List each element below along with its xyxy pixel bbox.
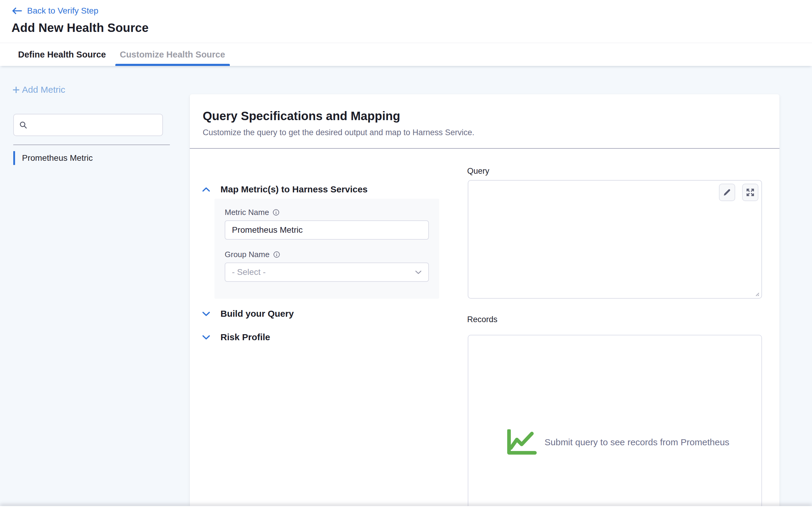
section-map-metrics[interactable]: Map Metric(s) to Harness Services bbox=[202, 182, 368, 196]
chevron-down-icon bbox=[415, 270, 422, 274]
back-to-verify-step-link[interactable]: Back to Verify Step bbox=[11, 6, 98, 16]
tab-define-label: Define Health Source bbox=[18, 50, 106, 60]
metric-name-label: Metric Name bbox=[225, 208, 280, 217]
page-title: Add New Health Source bbox=[11, 21, 148, 35]
query-editor-box bbox=[468, 180, 762, 299]
info-icon[interactable] bbox=[273, 251, 280, 258]
metric-search-box[interactable] bbox=[13, 114, 163, 136]
records-label: Records bbox=[467, 315, 498, 324]
query-specifications-card: Query Specifications and Mapping Customi… bbox=[190, 94, 780, 510]
page-header: Back to Verify Step Add New Health Sourc… bbox=[0, 0, 812, 43]
query-actions bbox=[719, 184, 758, 201]
resize-handle[interactable] bbox=[754, 291, 760, 297]
page-body: Add Metric Prometheus Metric Query Speci… bbox=[0, 66, 812, 510]
chevron-down-icon bbox=[202, 311, 210, 317]
back-arrow-icon bbox=[11, 7, 22, 15]
section-map-metrics-label: Map Metric(s) to Harness Services bbox=[221, 184, 368, 194]
tab-customize-label: Customize Health Source bbox=[120, 50, 225, 60]
wizard-footer-edge bbox=[0, 506, 812, 510]
records-box: Submit query to see records from Prometh… bbox=[468, 335, 762, 509]
records-empty-message: Submit query to see records from Prometh… bbox=[545, 437, 729, 447]
group-name-select[interactable]: - Select - bbox=[225, 263, 429, 282]
plus-icon bbox=[12, 86, 20, 94]
metric-name-input[interactable] bbox=[225, 220, 429, 240]
expand-icon bbox=[746, 188, 755, 197]
query-textarea[interactable] bbox=[468, 181, 761, 298]
active-tab-underline bbox=[115, 64, 230, 66]
back-link-label: Back to Verify Step bbox=[27, 6, 98, 16]
add-metric-label: Add Metric bbox=[22, 85, 65, 95]
sidebar-divider bbox=[13, 145, 170, 145]
query-label: Query bbox=[467, 167, 489, 176]
metrics-sidebar: Add Metric Prometheus Metric bbox=[0, 66, 190, 510]
metric-search-input[interactable] bbox=[32, 120, 157, 130]
card-subtitle: Customize the query to get the desired o… bbox=[203, 128, 474, 137]
group-name-label: Group Name bbox=[225, 250, 280, 259]
info-icon[interactable] bbox=[272, 209, 280, 216]
line-chart-icon bbox=[506, 429, 537, 455]
add-health-source-page: Back to Verify Step Add New Health Sourc… bbox=[0, 0, 812, 510]
section-risk-profile[interactable]: Risk Profile bbox=[202, 330, 270, 344]
card-header-divider bbox=[190, 148, 780, 149]
sidebar-item-prometheus-metric[interactable]: Prometheus Metric bbox=[13, 151, 93, 165]
chevron-up-icon bbox=[202, 187, 210, 192]
tab-customize-health-source[interactable]: Customize Health Source bbox=[120, 43, 225, 66]
section-build-query-label: Build your Query bbox=[221, 308, 294, 319]
group-name-placeholder: - Select - bbox=[232, 267, 266, 277]
search-icon bbox=[19, 121, 27, 129]
section-build-your-query[interactable]: Build your Query bbox=[202, 307, 294, 321]
records-empty-state: Submit query to see records from Prometh… bbox=[506, 429, 729, 455]
metric-item-label: Prometheus Metric bbox=[22, 153, 93, 163]
pencil-icon bbox=[723, 188, 732, 197]
tab-define-health-source[interactable]: Define Health Source bbox=[18, 43, 106, 66]
card-title: Query Specifications and Mapping bbox=[203, 109, 400, 123]
selected-indicator-bar bbox=[13, 151, 15, 165]
health-source-tabbar: Define Health Source Customize Health So… bbox=[0, 43, 812, 66]
section-risk-profile-label: Risk Profile bbox=[221, 332, 270, 342]
add-metric-button[interactable]: Add Metric bbox=[12, 85, 65, 95]
expand-query-button[interactable] bbox=[742, 184, 758, 201]
chevron-down-icon bbox=[202, 335, 210, 340]
edit-query-button[interactable] bbox=[719, 184, 735, 201]
map-metrics-form-panel: Metric Name Group Name bbox=[214, 199, 439, 299]
